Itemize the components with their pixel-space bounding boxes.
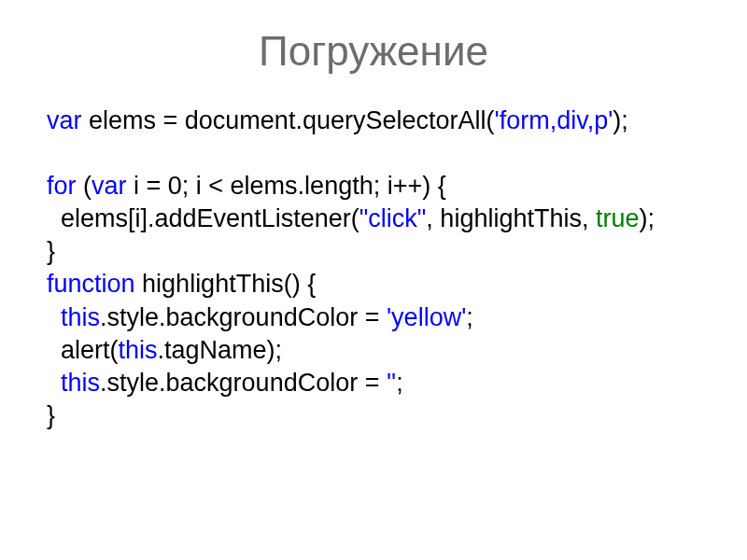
string-literal: "click" [359,204,427,232]
code-line-6: function highlightThis() { [47,268,700,301]
boolean-true: true [596,204,640,232]
keyword-var: var [47,106,82,134]
code-line-4: elems[i].addEventListener("click", highl… [47,203,700,235]
code-text: .style.backgroundColor = [100,369,387,397]
code-text: i = 0; i < elems.length; i++) { [127,172,446,200]
code-line-7: this.style.backgroundColor = 'yellow'; [47,301,700,334]
code-block: var elems = document.querySelectorAll('f… [47,105,700,432]
string-literal: 'yellow' [387,303,466,331]
code-text: .tagName); [158,336,283,364]
code-text: ; [396,369,403,397]
code-indent [47,369,61,397]
code-text: elems = document.querySelectorAll( [82,106,495,134]
keyword-this: this [119,336,158,364]
code-text: alert( [47,336,119,364]
code-text: ; [466,303,473,331]
blank-line [47,137,700,170]
code-text: .style.backgroundColor = [100,303,387,331]
code-text: elems[i].addEventListener( [47,204,359,232]
code-line-8: alert(this.tagName); [47,334,700,367]
code-line-1: var elems = document.querySelectorAll('f… [47,105,700,137]
code-line-3: for (var i = 0; i < elems.length; i++) { [47,170,700,203]
keyword-this: this [61,303,100,331]
string-literal: '' [387,369,396,397]
code-line-10: } [47,399,700,432]
code-text: ( [77,172,92,200]
keyword-var: var [92,172,127,200]
keyword-this: this [61,369,100,397]
keyword-for: for [47,172,77,200]
code-indent [47,303,61,331]
string-literal: 'form,div,p' [494,106,613,134]
code-text: ); [613,106,628,134]
code-text: , highlightThis, [426,204,596,232]
slide-container: Погружение var elems = document.querySel… [0,0,747,560]
code-line-9: this.style.backgroundColor = ''; [47,367,700,399]
code-text: highlightThis() { [135,270,317,298]
code-text: ); [639,204,655,232]
slide-title: Погружение [47,28,700,75]
keyword-function: function [47,270,135,298]
code-line-5: } [47,235,700,268]
